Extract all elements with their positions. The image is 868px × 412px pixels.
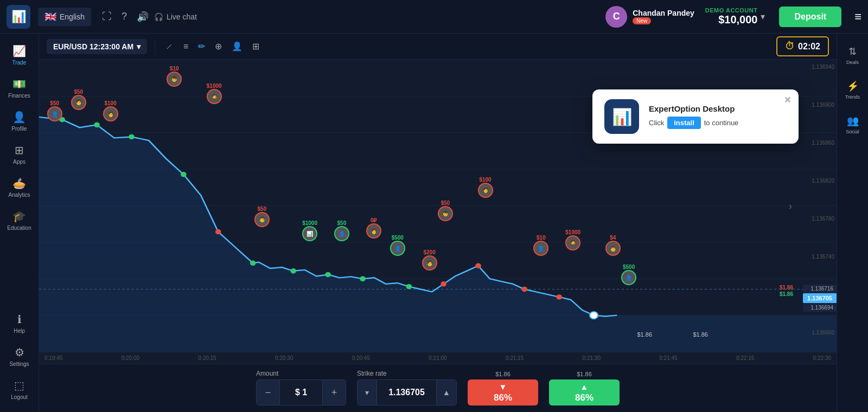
chart-strike-ref2: $1.86 — [693, 331, 708, 338]
account-label: DEMO ACCOUNT — [705, 7, 758, 14]
hamburger-menu-icon[interactable]: ≡ — [854, 10, 861, 24]
language-selector[interactable]: 🇬🇧 English — [38, 8, 91, 26]
down-pct: 86% — [494, 392, 512, 403]
sidebar-item-trade[interactable]: 📈 Trade — [0, 39, 39, 71]
finances-icon: 💵 — [12, 78, 26, 91]
sidebar-item-logout[interactable]: ⬚ Logout — [0, 374, 39, 405]
up-pct: 86% — [575, 392, 593, 403]
sidebar-label-trade: Trade — [12, 60, 27, 66]
x-label-9: 0:21:45 — [659, 355, 677, 361]
x-label-6: 0:21:00 — [429, 355, 446, 361]
chart-strike-ref: $1.86 — [637, 331, 653, 338]
sidebar-item-profile[interactable]: 👤 Profile — [0, 105, 39, 137]
timer-badge: ⏱ 02:02 — [776, 36, 829, 56]
x-axis-labels: 0:19:45 0:20:00 0:20:15 0:20:30 0:20:45 … — [44, 355, 831, 361]
chart-expand-icon[interactable]: › — [789, 200, 792, 211]
toolbar-separator — [155, 39, 155, 54]
install-button[interactable]: install — [667, 117, 701, 129]
sidebar-label-analytics: Analytics — [8, 192, 30, 198]
deals-icon: ⇅ — [848, 46, 857, 57]
sidebar-item-apps[interactable]: ⊞ Apps — [0, 138, 39, 170]
down-price-label: $1.86 — [495, 371, 510, 377]
fullscreen-icon[interactable]: ⛶ — [102, 11, 112, 22]
trade-up-button[interactable]: ▲ 86% — [549, 379, 620, 405]
sidebar-item-education[interactable]: 🎓 Education — [0, 204, 39, 236]
sidebar-item-analytics[interactable]: 🥧 Analytics — [0, 171, 39, 203]
logo[interactable]: 📊 — [7, 5, 30, 29]
strike-label: Strike rate — [357, 370, 457, 377]
amount-increase-button[interactable]: + — [323, 380, 346, 405]
sidebar-bottom: ℹ Help ⚙ Settings ⬚ Logout — [0, 307, 39, 412]
rs-label-deals: Deals — [846, 60, 859, 65]
volume-icon[interactable]: 🔊 — [137, 11, 149, 23]
chart-canvas[interactable]: $50 👤 $50 🧑 $100 👩 $10 👦 $1000 🧔 $50 — [39, 60, 837, 352]
sidebar-item-settings[interactable]: ⚙ Settings — [0, 340, 39, 372]
help-icon[interactable]: ? — [122, 11, 127, 22]
user-badge: New — [633, 17, 651, 24]
layout-icon[interactable]: ⊞ — [250, 39, 261, 54]
main-layout: 📈 Trade 💵 Finances 👤 Profile ⊞ Apps 🥧 An… — [0, 34, 868, 412]
help-sidebar-icon: ℹ — [17, 313, 22, 326]
amount-section: Amount − $ 1 + — [256, 370, 346, 405]
svg-point-13 — [250, 261, 256, 266]
settings-icon: ⚙ — [15, 346, 24, 359]
amount-label: Amount — [256, 370, 346, 377]
x-label-10: 0:22:15 — [736, 355, 754, 361]
x-label-1: 0:19:45 — [44, 355, 62, 361]
price-upper: 1.136716 — [803, 285, 837, 293]
profile-icon: 👤 — [12, 111, 26, 124]
strike-up-button[interactable]: ▲ — [437, 380, 456, 405]
up-arrow-icon: ▲ — [580, 382, 589, 391]
notification-logo: 📊 — [604, 99, 639, 134]
pair-label: EUR/USD 12:23:00 AM — [53, 42, 133, 51]
strike-value: 1.136705 — [377, 380, 437, 405]
deposit-button[interactable]: Deposit — [779, 7, 841, 27]
trends-icon: ⚡ — [847, 80, 859, 92]
user-info-block: C Chandan Pandey New — [605, 6, 694, 28]
sidebar-item-finances[interactable]: 💵 Finances — [0, 72, 39, 104]
analytics-icon: 🥧 — [12, 177, 26, 190]
draw-icon[interactable]: ✏ — [196, 39, 207, 54]
x-label-7: 0:21:15 — [506, 355, 524, 361]
x-label-8: 0:21:30 — [583, 355, 601, 361]
x-label-3: 0:20:15 — [198, 355, 216, 361]
chart-candle-icon[interactable]: ≡ — [181, 40, 190, 54]
left-sidebar: 📈 Trade 💵 Finances 👤 Profile ⊞ Apps 🥧 An… — [0, 34, 39, 412]
sidebar-label-apps: Apps — [13, 159, 25, 165]
username: Chandan Pandey — [633, 9, 694, 17]
trade-down-button[interactable]: ▼ 86% — [468, 379, 538, 405]
notification-title: ExpertOption Desktop — [649, 104, 787, 113]
price-lower: 1.136694 — [803, 304, 837, 312]
down-arrow-icon: ▼ — [499, 382, 507, 391]
svg-point-20 — [521, 287, 527, 292]
sidebar-label-help: Help — [14, 328, 25, 334]
account-chevron-icon[interactable]: ▾ — [761, 11, 765, 22]
crosshair-icon[interactable]: ⊕ — [213, 39, 224, 54]
rs-label-social: Social — [846, 129, 859, 134]
x-axis: 0:19:45 0:20:00 0:20:15 0:20:30 0:20:45 … — [39, 352, 837, 364]
rs-item-social[interactable]: 👥 Social — [837, 108, 868, 141]
livechat-button[interactable]: 🎧 Live chat — [154, 12, 197, 21]
strike-section: Strike rate ▾ 1.136705 ▲ — [357, 370, 457, 405]
svg-point-10 — [129, 134, 135, 140]
chart-line-icon[interactable]: ⟋ — [163, 40, 176, 54]
x-label-4: 0:20:30 — [275, 355, 293, 361]
rs-item-trends[interactable]: ⚡ Trends — [837, 74, 868, 106]
sidebar-item-help[interactable]: ℹ Help — [0, 307, 39, 339]
indicator-icon[interactable]: 👤 — [229, 39, 245, 54]
notification-close-icon[interactable]: ✕ — [784, 95, 791, 105]
trading-panel: Amount − $ 1 + Strike rate ▾ 1.136705 ▲ … — [39, 364, 837, 412]
account-info: DEMO ACCOUNT $10,000 ▾ — [705, 7, 765, 26]
right-sidebar: ⇅ Deals ⚡ Trends 👥 Social — [837, 34, 868, 412]
rs-item-deals[interactable]: ⇅ Deals — [837, 39, 868, 72]
header: 📊 🇬🇧 English ⛶ ? 🔊 🎧 Live chat C Chandan… — [0, 0, 868, 34]
amount-decrease-button[interactable]: − — [257, 380, 279, 405]
up-price-label: $1.86 — [577, 371, 592, 377]
strike-dropdown-button[interactable]: ▾ — [358, 380, 377, 405]
svg-point-18 — [441, 281, 446, 287]
pair-selector[interactable]: EUR/USD 12:23:00 AM ▾ — [47, 39, 147, 54]
price-current: 1.136705 — [803, 293, 837, 303]
apps-icon: ⊞ — [15, 144, 24, 157]
social-icon: 👥 — [847, 115, 859, 127]
x-label-11: 0:22:30 — [813, 355, 831, 361]
